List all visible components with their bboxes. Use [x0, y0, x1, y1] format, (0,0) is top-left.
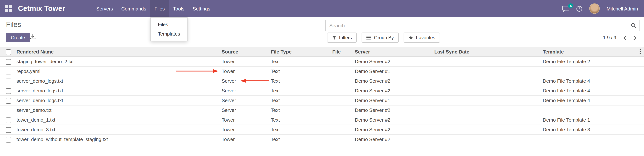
cell-file [332, 115, 355, 125]
table-row[interactable]: server_demo_logs.txtServerTextDemo Serve… [0, 86, 644, 96]
nav-item-settings[interactable]: Settings [188, 0, 214, 17]
cell-rendered-name: server_demo.txt [16, 105, 222, 115]
cell-source: Server [222, 86, 271, 96]
filters-button[interactable]: Filters [327, 33, 357, 43]
row-checkbox[interactable] [6, 78, 11, 84]
cell-file [332, 86, 355, 96]
column-header-template[interactable]: Template [543, 47, 636, 57]
nav-item-tools[interactable]: Tools [169, 0, 189, 17]
search-icon[interactable] [628, 22, 640, 29]
app-title: Cetmix Tower [18, 4, 65, 13]
pager-next-button[interactable] [630, 34, 640, 42]
table-row[interactable]: server_demo_logs.txtServerTextDemo Serve… [0, 96, 644, 105]
cell-last-sync-date [434, 105, 543, 115]
cell-file [332, 66, 355, 76]
column-header-file-type[interactable]: File Type [271, 47, 332, 57]
row-end-cell [636, 115, 644, 125]
row-checkbox[interactable] [6, 108, 11, 113]
cell-last-sync-date [434, 66, 543, 76]
column-header-server[interactable]: Server [355, 47, 434, 57]
row-checkbox[interactable] [6, 127, 11, 133]
nav-item-servers[interactable]: Servers [92, 0, 117, 17]
nav-item-label: Files [154, 6, 165, 11]
cell-last-sync-date [434, 125, 543, 135]
messages-icon[interactable]: 4 [562, 5, 569, 12]
nav-item-label: Tools [173, 6, 184, 11]
cell-server: Demo Server #2 [355, 105, 434, 115]
optional-columns-icon[interactable] [640, 48, 641, 54]
dropdown-item-templates[interactable]: Templates [151, 29, 187, 39]
user-name[interactable]: Mitchell Admin [606, 6, 638, 11]
cell-template [543, 66, 636, 76]
table-row[interactable]: tower_demo_1.txtTowerTextDemo Server #2D… [0, 115, 644, 125]
table-body: staging_tower_demo_2.txtTowerTextDemo Se… [0, 57, 644, 144]
row-checkbox[interactable] [6, 59, 11, 65]
export-download-button[interactable] [30, 34, 36, 41]
create-button[interactable]: Create [6, 33, 30, 42]
download-icon [30, 35, 36, 41]
row-checkbox[interactable] [6, 69, 11, 74]
row-end-cell [636, 86, 644, 96]
row-checkbox-cell [0, 66, 16, 76]
table-row[interactable]: tower_demo_3.txtTowerTextDemo Server #2D… [0, 125, 644, 135]
column-header-rendered-name[interactable]: Rendered Name [16, 47, 222, 57]
filter-funnel-icon [332, 35, 336, 40]
apps-grid-icon[interactable] [5, 5, 12, 12]
column-header-last-sync-date[interactable]: Last Sync Date [434, 47, 543, 57]
cell-file-type: Text [271, 86, 332, 96]
select-all-checkbox[interactable] [6, 49, 11, 55]
cell-rendered-name: tower_demo_without_template_staging.txt [16, 135, 222, 144]
row-checkbox[interactable] [6, 98, 11, 103]
nav-item-commands[interactable]: Commands [117, 0, 150, 17]
cell-template: Demo File Template 4 [543, 86, 636, 96]
cell-file [332, 125, 355, 135]
pager-value[interactable]: 1-9 / 9 [603, 35, 620, 40]
cell-last-sync-date [434, 135, 543, 144]
cell-server: Demo Server #2 [355, 57, 434, 66]
cell-template: Demo File Template 4 [543, 96, 636, 105]
row-checkbox-cell [0, 115, 16, 125]
cell-server: Demo Server #2 [355, 76, 434, 86]
content-area: Files Create Filters [0, 17, 644, 156]
cell-server: Demo Server #2 [355, 135, 434, 144]
cell-file-type: Text [271, 57, 332, 66]
user-avatar[interactable] [589, 3, 600, 14]
cell-source: Tower [222, 57, 271, 66]
cell-rendered-name: server_demo_logs.txt [16, 76, 222, 86]
cell-last-sync-date [434, 86, 543, 96]
table-row[interactable]: server_demo_logs.txtServerTextDemo Serve… [0, 76, 644, 86]
activity-clock-icon[interactable] [576, 5, 582, 12]
nav-item-label: Commands [121, 6, 146, 11]
dropdown-item-files[interactable]: Files [151, 20, 187, 29]
nav-item-label: Settings [192, 6, 210, 11]
row-checkbox[interactable] [6, 117, 11, 123]
column-header-source[interactable]: Source [222, 47, 271, 57]
nav-item-files[interactable]: FilesFilesTemplates [150, 0, 169, 17]
cell-last-sync-date [434, 115, 543, 125]
cell-last-sync-date [434, 57, 543, 66]
row-end-cell [636, 105, 644, 115]
cell-file-type: Text [271, 125, 332, 135]
group-by-button[interactable]: Group By [362, 33, 399, 43]
row-end-cell [636, 96, 644, 105]
column-header-file[interactable]: File [332, 47, 355, 57]
group-by-icon [366, 36, 371, 40]
row-checkbox-cell [0, 125, 16, 135]
table-row[interactable]: server_demo.txtServerTextDemo Server #2 [0, 105, 644, 115]
table-row[interactable]: staging_tower_demo_2.txtTowerTextDemo Se… [0, 57, 644, 66]
row-end-cell [636, 135, 644, 144]
table-row[interactable]: repos.yamlTowerTextDemo Server #1 [0, 66, 644, 76]
cell-file-type: Text [271, 76, 332, 86]
pager-previous-button[interactable] [620, 34, 630, 42]
favorites-button[interactable]: Favorites [404, 33, 440, 43]
app-window: Cetmix Tower ServersCommandsFilesFilesTe… [0, 0, 644, 156]
table-row[interactable]: tower_demo_without_template_staging.txtT… [0, 135, 644, 144]
cell-rendered-name: tower_demo_1.txt [16, 115, 222, 125]
cell-source: Server [222, 96, 271, 105]
files-dropdown-menu: FilesTemplates [150, 17, 188, 41]
search-input[interactable] [326, 23, 628, 28]
row-checkbox[interactable] [6, 88, 11, 94]
table-head-row: Rendered NameSourceFile TypeFileServerLa… [0, 47, 644, 57]
page-title: Files [6, 21, 21, 29]
row-checkbox[interactable] [6, 137, 11, 142]
